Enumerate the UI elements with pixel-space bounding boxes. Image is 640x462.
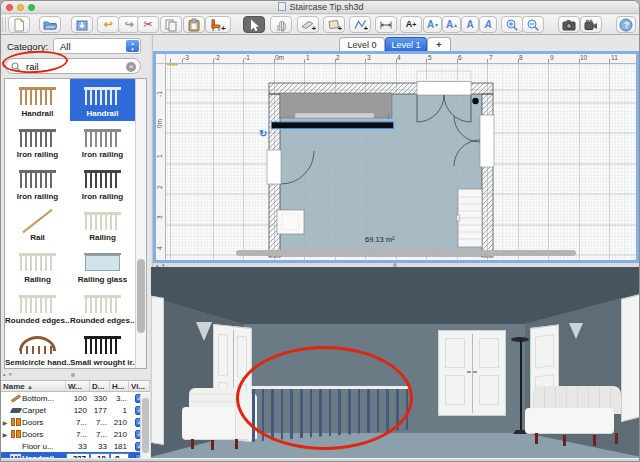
rotate-handle-icon[interactable]: ↻ [259,128,267,139]
rounded-edges-thumbnail-icon [84,293,121,315]
column-header-name[interactable]: Name ▲ [1,381,66,391]
resize-handle-icon[interactable]: ↕ [386,111,391,121]
undo-button[interactable]: ↩ [97,16,119,33]
paste-clipboard-icon [187,18,201,32]
svg-text:?: ? [624,20,630,30]
catalog-item[interactable]: Handrail [5,79,70,121]
catalog-item[interactable]: Iron railing [70,162,135,204]
splitter-handle[interactable] [71,373,75,377]
zoom-in-button[interactable] [501,16,523,33]
catalog-item[interactable]: Small wrought ir... [70,328,135,369]
column-header-depth[interactable]: D... [90,381,110,391]
catalog-item-label: Rounded edges... [70,316,135,325]
add-text-button[interactable]: A+ [400,16,422,33]
new-document-icon [12,18,26,32]
table-scrollbar[interactable] [140,393,150,462]
left-door-plan[interactable] [267,150,281,184]
tab-level-0[interactable]: Level 0 [339,37,385,51]
help-icon: ? [619,18,633,32]
right-door-plan[interactable] [480,115,494,167]
cut-button[interactable]: ✂ [137,16,159,33]
decrease-text-size-button[interactable]: A▾ [423,16,442,33]
increase-text-size-button[interactable]: A▴ [442,16,461,33]
redo-icon: ↪ [124,19,133,30]
table-row[interactable]: ▶ Doors 7... 7... 210 ✓ [1,416,150,428]
catalog-table-splitter[interactable]: ▴ ▾ [1,371,150,380]
row-name: Bottom... [22,394,66,403]
plan-horizontal-scrollbar[interactable] [236,250,576,256]
horizontal-ruler: -3 -2 -1 0m 1 2 3 4 5 6 7 8 9 10 11 [166,54,636,64]
camera-icon [562,18,576,32]
bold-icon: A [466,19,473,30]
floor-lamp-plan[interactable] [472,98,478,104]
new-button[interactable] [8,16,30,33]
catalog-item-label: Iron railing [5,192,70,201]
search-field[interactable]: × [5,58,141,74]
document-icon [278,2,286,11]
pan-tool-button[interactable] [270,16,292,33]
catalog-item[interactable]: Iron railing [5,162,70,204]
catalog-item[interactable]: Semicircle hand... [5,328,70,369]
open-folder-icon [43,18,57,32]
create-rooms-button[interactable]: + [323,16,345,33]
save-button[interactable] [71,16,93,33]
row-height: 181 [110,442,129,451]
armchair-plan[interactable] [277,210,304,234]
paste-button[interactable] [183,16,205,33]
ruler-label: -2 [214,54,220,61]
search-input[interactable] [24,60,119,72]
carpet-icon [9,408,22,413]
create-photo-button[interactable] [558,16,580,33]
door-3d [151,296,164,445]
table-row[interactable]: ▶ Doors 7... 7... 210 ✓ [1,428,150,440]
catalog-item[interactable]: Railing glass [70,245,135,287]
category-select[interactable]: All ▴▾ [53,38,141,54]
open-button[interactable] [39,16,61,33]
select-tool-button[interactable] [243,16,265,33]
table-row[interactable]: Bottom... 100 330 3... ✓ [1,392,150,404]
double-door-plan[interactable] [417,82,471,96]
catalog-item[interactable]: Railing [5,245,70,287]
catalog-item-selected[interactable]: Handrail [70,79,135,121]
add-level-tab-button[interactable]: + [427,37,451,51]
table-row[interactable]: Floor u... 33 33 181 ✓ [1,440,150,452]
column-header-width[interactable]: W... [66,381,90,391]
ruler-label: 5 [428,54,432,61]
italic-button[interactable]: A [479,16,497,33]
catalog-item[interactable]: Rail [5,204,70,246]
splitter-arrows-icon[interactable]: ▴ ▾ [3,371,12,377]
zoom-out-button[interactable] [522,16,544,33]
iron-railing-thumbnail-icon [19,127,56,149]
expand-arrow-icon[interactable]: ▶ [1,419,9,426]
copy-button[interactable] [160,16,182,33]
catalog-scrollbar-thumb[interactable] [137,259,145,333]
plan-view[interactable]: -3 -2 -1 0m 1 2 3 4 5 6 7 8 9 10 11 -1 0… [153,51,639,263]
category-stepper-icon[interactable]: ▴▾ [126,40,139,52]
create-polylines-button[interactable]: + [349,16,371,33]
catalog-item-label: Railing [5,275,70,284]
catalog-item[interactable]: Iron railing [5,121,70,163]
ruler-label: 0m [275,54,284,61]
catalog-item[interactable]: Railing [70,204,135,246]
view-3d[interactable] [151,267,640,458]
table-scrollbar-thumb[interactable] [142,398,149,453]
catalog-scrollbar[interactable] [135,79,146,368]
expand-arrow-icon[interactable]: ▶ [1,431,9,438]
create-walls-button[interactable]: + [297,16,319,33]
shelf-plan[interactable] [457,189,483,247]
add-furniture-button[interactable]: + [205,16,231,33]
zoom-in-icon [505,18,519,32]
table-row[interactable]: Carpet 120 177 1 ✓ [1,404,150,416]
catalog-item[interactable]: Rounded edges... [70,287,135,329]
create-dimensions-button[interactable] [375,16,397,33]
column-header-visible[interactable]: Vi... [129,381,150,391]
clear-search-icon[interactable]: × [126,62,136,72]
bold-button[interactable]: A [461,16,479,33]
create-video-button[interactable] [580,16,602,33]
tab-level-1[interactable]: Level 1 [385,37,427,51]
column-header-height[interactable]: H... [110,381,129,391]
catalog-item[interactable]: Iron railing [70,121,135,163]
help-button[interactable]: ? [616,16,636,33]
catalog-item[interactable]: Rounded edges... [5,287,70,329]
plan-canvas[interactable]: ↻ ↕ 69.13 m² [166,64,636,260]
